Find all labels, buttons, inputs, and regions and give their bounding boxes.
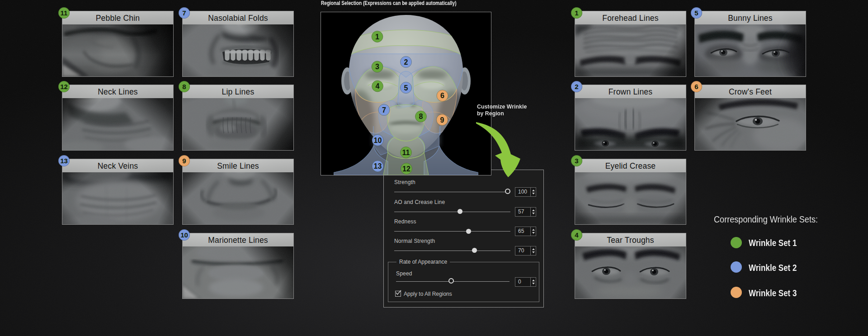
svg-text:3: 3 — [375, 63, 379, 71]
svg-text:7: 7 — [382, 106, 386, 114]
svg-text:1: 1 — [375, 33, 379, 41]
svg-text:9: 9 — [440, 116, 444, 124]
svg-text:2: 2 — [404, 58, 408, 66]
svg-text:13: 13 — [374, 162, 382, 170]
svg-text:11: 11 — [402, 149, 410, 156]
svg-text:10: 10 — [374, 137, 382, 144]
svg-text:5: 5 — [404, 84, 408, 92]
svg-text:4: 4 — [376, 82, 380, 90]
svg-text:12: 12 — [402, 165, 410, 173]
svg-text:8: 8 — [419, 113, 423, 120]
svg-text:6: 6 — [440, 92, 444, 99]
